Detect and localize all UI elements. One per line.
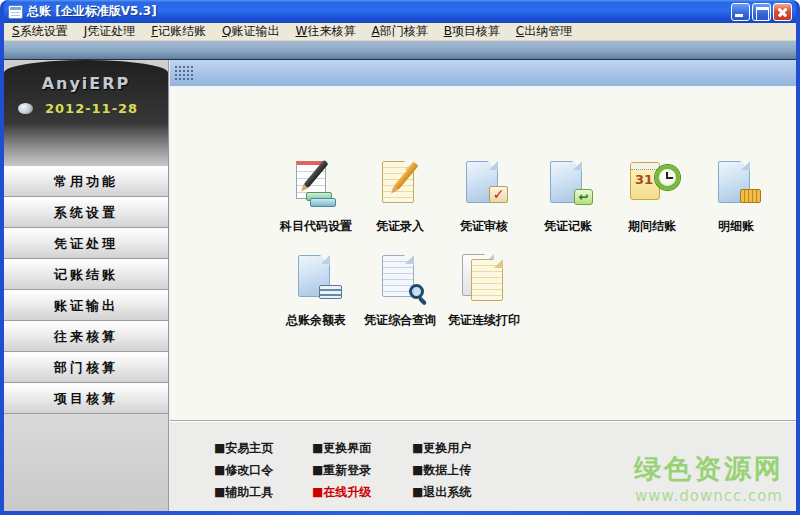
feature-voucher-audit[interactable]: 凭证审核 [442, 157, 526, 235]
menu-bar: S系统设置 J凭证处理 F记账结账 Q账证输出 W往来核算 A部门核算 B项目核… [4, 23, 796, 41]
documents-stack-icon [458, 251, 510, 303]
link-auxiliary-tools[interactable]: ■辅助工具 [214, 481, 312, 503]
menu-cashier-management[interactable]: C出纳管理 [508, 22, 580, 41]
link-relogin[interactable]: ■重新登录 [312, 459, 412, 481]
sidebar-item-current-accounts[interactable]: 往来核算 [4, 321, 168, 352]
quick-links: ■安易主页 ■修改口令 ■辅助工具 ■更换界面 ■重新登录 ■在线升级 ■更换用… [214, 437, 522, 503]
workspace: 科目代码设置 凭证录入 凭证审核 [170, 87, 796, 420]
menu-system-settings[interactable]: S系统设置 [4, 22, 76, 41]
notepad-pencil-money-icon [290, 157, 342, 209]
close-button[interactable] [773, 3, 792, 21]
feature-voucher-query[interactable]: 凭证综合查询 [358, 251, 442, 329]
feature-label: 凭证连续打印 [448, 312, 520, 329]
clock-icon [18, 103, 33, 114]
menu-current-accounts[interactable]: W往来核算 [288, 22, 364, 41]
sidebar-item-ledger-output[interactable]: 账证输出 [4, 290, 168, 321]
menu-department-accounting[interactable]: A部门核算 [363, 22, 435, 41]
app-icon [8, 5, 23, 19]
feature-voucher-posting[interactable]: 凭证记账 [526, 157, 610, 235]
link-change-skin[interactable]: ■更换界面 [312, 437, 412, 459]
feature-period-closing[interactable]: 31 期间结账 [610, 157, 694, 235]
menu-project-accounting[interactable]: B项目核算 [436, 22, 508, 41]
calendar-clock-icon: 31 [626, 157, 678, 209]
link-change-password[interactable]: ■修改口令 [214, 459, 312, 481]
main-area: 科目代码设置 凭证录入 凭证审核 [169, 60, 796, 511]
window-title: 总账 [企业标准版V5.3] [27, 3, 731, 20]
sidebar: AnyiERP 2012-11-28 常用功能 系统设置 凭证处理 记账结账 账… [4, 60, 169, 511]
link-online-upgrade[interactable]: ■在线升级 [312, 481, 412, 503]
feature-label: 凭证审核 [460, 218, 508, 235]
sidebar-header: AnyiERP 2012-11-28 [4, 60, 168, 124]
document-check-icon [458, 157, 510, 209]
link-switch-user[interactable]: ■更换用户 [412, 437, 522, 459]
menu-bookkeeping-closing[interactable]: F记账结账 [143, 22, 214, 41]
sidebar-filler [4, 414, 168, 511]
document-post-icon [542, 157, 594, 209]
watermark-url: www.downcc.com [634, 487, 784, 505]
current-date: 2012-11-28 [45, 101, 138, 116]
sidebar-item-common-functions[interactable]: 常用功能 [4, 166, 168, 197]
sidebar-item-bookkeeping-closing[interactable]: 记账结账 [4, 259, 168, 290]
calendar-day: 31 [635, 172, 653, 187]
feature-label: 凭证综合查询 [364, 312, 436, 329]
feature-label: 期间结账 [628, 218, 676, 235]
brand-logo: AnyiERP [4, 74, 168, 93]
document-abacus-icon [710, 157, 762, 209]
document-magnifier-icon [374, 251, 426, 303]
feature-label: 总账余额表 [286, 312, 346, 329]
document-table-icon [290, 251, 342, 303]
sidebar-gradient [4, 124, 168, 166]
sidebar-item-project-accounting[interactable]: 项目核算 [4, 383, 168, 414]
link-exit-system[interactable]: ■退出系统 [412, 481, 522, 503]
sidebar-item-department-accounting[interactable]: 部门核算 [4, 352, 168, 383]
watermark-site: 绿色资源网 [634, 451, 784, 487]
link-anyi-homepage[interactable]: ■安易主页 [214, 437, 312, 459]
feature-label: 凭证录入 [376, 218, 424, 235]
feature-subject-code-setup[interactable]: 科目代码设置 [274, 157, 358, 235]
feature-voucher-continuous-print[interactable]: 凭证连续打印 [442, 251, 526, 329]
minimize-button[interactable] [731, 3, 750, 21]
toolbar-band [4, 41, 796, 60]
maximize-button[interactable] [752, 3, 771, 21]
watermark: 绿色资源网 www.downcc.com [634, 451, 784, 505]
feature-ledger-balance-table[interactable]: 总账余额表 [274, 251, 358, 329]
title-bar: 总账 [企业标准版V5.3] [4, 0, 796, 23]
sidebar-item-voucher-processing[interactable]: 凭证处理 [4, 228, 168, 259]
feature-icon-grid: 科目代码设置 凭证录入 凭证审核 [274, 157, 784, 345]
feature-label: 凭证记账 [544, 218, 592, 235]
link-data-upload[interactable]: ■数据上传 [412, 459, 522, 481]
menu-voucher-processing[interactable]: J凭证处理 [76, 22, 144, 41]
document-pencil-icon [374, 157, 426, 209]
feature-label: 明细账 [718, 218, 754, 235]
footer-panel: ■安易主页 ■修改口令 ■辅助工具 ■更换界面 ■重新登录 ■在线升级 ■更换用… [170, 420, 796, 511]
main-header-band [170, 60, 796, 87]
feature-detail-ledger[interactable]: 明细账 [694, 157, 778, 235]
feature-voucher-entry[interactable]: 凭证录入 [358, 157, 442, 235]
feature-label: 科目代码设置 [280, 218, 352, 235]
sidebar-item-system-settings[interactable]: 系统设置 [4, 197, 168, 228]
menu-ledger-output[interactable]: Q账证输出 [214, 22, 287, 41]
app-window: 总账 [企业标准版V5.3] S系统设置 J凭证处理 F记账结账 Q账证输出 W… [0, 0, 800, 515]
drag-handle-icon[interactable] [174, 65, 194, 82]
